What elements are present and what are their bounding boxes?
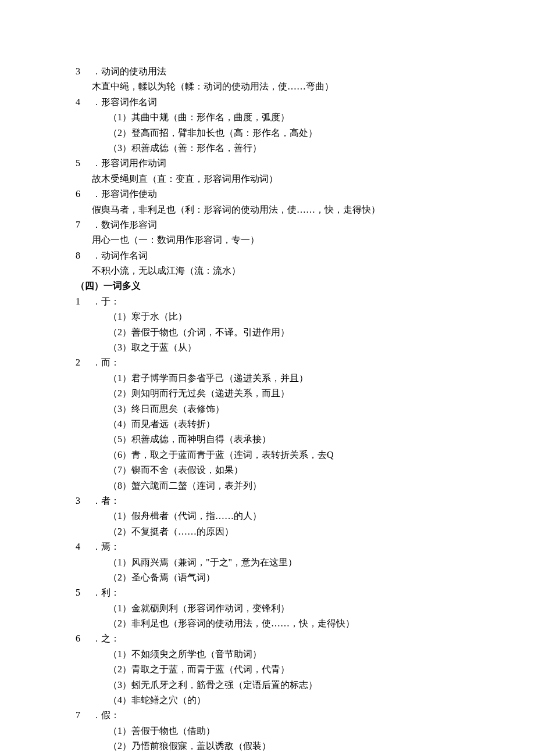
sub-line: （1）君子博学而日参省乎己（递进关系，并且） bbox=[76, 371, 500, 386]
item-title: ．于： bbox=[92, 294, 120, 309]
polysemy-head: 3．者： bbox=[76, 493, 500, 508]
polysemy-head: 6．之： bbox=[76, 631, 500, 646]
polysemy-container: 1．于：（1）寒于水（比）（2）善假于物也（介词，不译。引进作用）（3）取之于蓝… bbox=[76, 294, 500, 754]
polysemy-head: 7．假： bbox=[76, 708, 500, 723]
sub-line: （2）青取之于蓝，而青于蓝（代词，代青） bbox=[76, 662, 500, 677]
item-title: ．动词的使动用法 bbox=[92, 64, 166, 79]
section-head: 3．动词的使动用法 bbox=[76, 64, 500, 79]
item-number: 5 bbox=[76, 585, 92, 600]
section-head: 8．动词作名词 bbox=[76, 248, 500, 263]
document-page: 3．动词的使动用法木直中绳，輮以为轮（輮：动词的使动用法，使……弯曲）4．形容词… bbox=[0, 0, 535, 756]
item-number: 4 bbox=[76, 539, 92, 554]
item-title: ．之： bbox=[92, 631, 120, 646]
sub-line: （6）青，取之于蓝而青于蓝（连词，表转折关系，去Q bbox=[76, 447, 500, 463]
sub-line: （2）则知明而行无过矣（递进关系，而且） bbox=[76, 386, 500, 401]
section-head: 6．形容词作使动 bbox=[76, 187, 500, 202]
item-title: ．假： bbox=[92, 708, 120, 723]
body-line: 不积小流，无以成江海（流：流水） bbox=[76, 263, 500, 278]
sub-line: （1）善假于物也（借助） bbox=[76, 723, 500, 739]
item-title: ．利： bbox=[92, 585, 120, 600]
item-number: 5 bbox=[76, 156, 92, 171]
sub-line: （2）乃悟前狼假寐，盖以诱敌（假装） bbox=[76, 739, 500, 754]
polysemy-head: 1．于： bbox=[76, 294, 500, 309]
item-title: ．形容词用作动词 bbox=[92, 156, 166, 171]
sub-line: （3）终日而思矣（表修饰） bbox=[76, 402, 500, 417]
section-head: 7．数词作形容词 bbox=[76, 217, 500, 232]
polysemy-head: 2．而： bbox=[76, 355, 500, 370]
sub-line: （2）善假于物也（介词，不译。引进作用） bbox=[76, 325, 500, 340]
body-line: 假舆马者，非利足也（利：形容词的使动用法，使……，快，走得快） bbox=[76, 202, 500, 217]
item-title: ．形容词作名词 bbox=[92, 95, 157, 110]
item-title: ．而： bbox=[92, 355, 120, 370]
sub-line: （1）假舟楫者（代词，指……的人） bbox=[76, 508, 500, 524]
item-title: ．者： bbox=[92, 493, 120, 508]
sub-line: （3）取之于蓝（从） bbox=[76, 340, 500, 355]
sub-line: （1）寒于水（比） bbox=[76, 309, 500, 324]
body-line: 故木受绳则直（直：变直，形容词用作动词） bbox=[76, 171, 500, 187]
sub-line: （2）非利足也（形容词的使动用法，使……，快，走得快） bbox=[76, 616, 500, 631]
sub-line: （4）非蛇鳝之穴（的） bbox=[76, 693, 500, 708]
sub-line: （4）而见者远（表转折） bbox=[76, 417, 500, 432]
item-number: 6 bbox=[76, 631, 92, 646]
item-title: ．动词作名词 bbox=[92, 248, 148, 263]
section-heading-4: （四）一词多义 bbox=[76, 278, 500, 293]
body-line: 木直中绳，輮以为轮（輮：动词的使动用法，使……弯曲） bbox=[76, 79, 500, 94]
item-title: ．焉： bbox=[92, 539, 120, 554]
body-line: 用心一也（一：数词用作形容词，专一） bbox=[76, 232, 500, 248]
sub-line: （3）蚓无爪牙之利，筋骨之强（定语后置的标志） bbox=[76, 678, 500, 693]
item-title: ．形容词作使动 bbox=[92, 187, 157, 202]
item-number: 6 bbox=[76, 187, 92, 202]
polysemy-head: 4．焉： bbox=[76, 539, 500, 554]
item-number: 3 bbox=[76, 493, 92, 508]
item-number: 2 bbox=[76, 355, 92, 370]
item-number: 3 bbox=[76, 64, 92, 79]
section-head: 4．形容词作名词 bbox=[76, 95, 500, 110]
sub-line: （1）金就砺则利（形容词作动词，变锋利） bbox=[76, 601, 500, 616]
sub-line: （2）登高而招，臂非加长也（高：形作名，高处） bbox=[76, 126, 500, 141]
item-title: ．数词作形容词 bbox=[92, 217, 157, 232]
section-head: 5．形容词用作动词 bbox=[76, 156, 500, 171]
sections-container: 3．动词的使动用法木直中绳，輮以为轮（輮：动词的使动用法，使……弯曲）4．形容词… bbox=[76, 64, 500, 278]
sub-line: （1）风雨兴焉（兼词，"于之"，意为在这里） bbox=[76, 555, 500, 570]
sub-line: （2）圣心备焉（语气词） bbox=[76, 570, 500, 585]
sub-line: （5）积善成德，而神明自得（表承接） bbox=[76, 432, 500, 447]
polysemy-head: 5．利： bbox=[76, 585, 500, 600]
sub-line: （2）不复挺者（……的原因） bbox=[76, 524, 500, 539]
sub-line: （1）其曲中规（曲：形作名，曲度，弧度） bbox=[76, 110, 500, 125]
item-number: 8 bbox=[76, 248, 92, 263]
item-number: 7 bbox=[76, 708, 92, 723]
item-number: 1 bbox=[76, 294, 92, 309]
item-number: 7 bbox=[76, 217, 92, 232]
sub-line: （3）积善成德（善：形作名，善行） bbox=[76, 141, 500, 156]
sub-line: （1）不如须臾之所学也（音节助词） bbox=[76, 647, 500, 662]
item-number: 4 bbox=[76, 95, 92, 110]
sub-line: （7）锲而不舍（表假设，如果） bbox=[76, 463, 500, 478]
sub-line: （8）蟹六跪而二螯（连词，表并列） bbox=[76, 478, 500, 493]
